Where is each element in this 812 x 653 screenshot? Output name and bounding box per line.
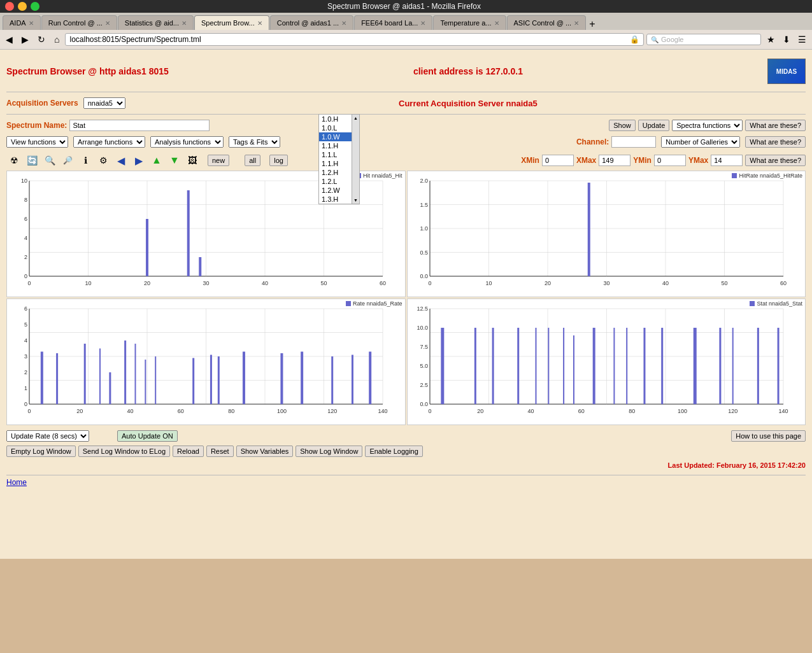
acq-server-select[interactable]: nnaida5 [83, 97, 125, 109]
tab-runcontrol[interactable]: Run Control @ ... ✕ [41, 15, 117, 30]
forward-btn[interactable]: ▶ [18, 32, 32, 46]
show-btn[interactable]: Show [609, 120, 636, 131]
list-scrollbar[interactable]: ▲ ▼ [352, 115, 359, 204]
last-updated: Last Updated: February 16, 2015 17:42:20 [668, 461, 806, 469]
tab-fee64-close[interactable]: ✕ [420, 20, 425, 27]
auto-update-btn[interactable]: Auto Update ON [117, 430, 178, 442]
number-of-galleries-select[interactable]: Number of Galleries [661, 136, 740, 148]
up-arrow-icon[interactable]: ▲ [149, 153, 164, 168]
xmax-input[interactable] [599, 155, 630, 166]
ymin-input[interactable] [654, 155, 686, 166]
tab-asic-close[interactable]: ✕ [574, 20, 579, 27]
minimize-btn[interactable] [18, 2, 27, 11]
chart-rate-label: Rate nnaida5_Rate [353, 300, 402, 307]
how-to-btn[interactable]: How to use this page [731, 430, 806, 442]
zoom-out-icon[interactable]: 🔎 [60, 153, 75, 168]
spectrum-name-input[interactable] [69, 120, 210, 131]
channel-input[interactable] [611, 136, 656, 148]
arrange-functions-select[interactable]: Arrange functions [73, 136, 145, 148]
new-tab-btn[interactable]: + [587, 18, 597, 30]
enable-logging-btn[interactable]: Enable Logging [365, 446, 422, 457]
url-text: localhost:8015/Spectrum/Spectrum.tml [69, 35, 630, 44]
tab-spectrum-close[interactable]: ✕ [257, 20, 262, 27]
tab-temperature-close[interactable]: ✕ [494, 20, 499, 27]
view-functions-select[interactable]: View functions [6, 136, 68, 148]
midas-logo: MIDAS [767, 59, 806, 84]
acq-server-label: Acquisition Servers [6, 99, 78, 108]
chart-hit-label: Hit nnaida5_Hit [363, 172, 402, 179]
show-log-btn[interactable]: Show Log Window [296, 446, 362, 457]
menu-btn[interactable]: ☰ [795, 32, 809, 46]
tab-aida[interactable]: AIDA ✕ [3, 15, 41, 30]
xmin-input[interactable] [542, 155, 574, 166]
reload-btn[interactable]: Reload [173, 446, 204, 457]
empty-log-btn[interactable]: Empty Log Window [6, 446, 76, 457]
tab-control-close[interactable]: ✕ [341, 20, 346, 27]
page-content: Spectrum Browser @ http aidas1 8015 clie… [0, 50, 812, 559]
spectra-functions-select[interactable]: Spectra functions [672, 120, 743, 131]
separator-1 [6, 92, 806, 92]
tab-aida-close[interactable]: ✕ [29, 20, 34, 27]
zoom-in-icon[interactable]: 🔍 [42, 153, 57, 168]
settings-icon[interactable]: ⚙ [96, 153, 111, 168]
home-nav-btn[interactable]: ⌂ [51, 32, 62, 46]
spectrum-list-dropdown[interactable]: 1.0.H 1.0.L 1.0.W 1.1.H 1.1.L 1.1.H 1.2.… [318, 114, 360, 204]
midas-logo-text: MIDAS [776, 68, 797, 75]
tab-statistics-close[interactable]: ✕ [182, 20, 187, 27]
chart-stat-container: Stat nnaida5_Stat [407, 298, 806, 425]
log-btn[interactable]: log [269, 155, 288, 166]
update-btn[interactable]: Update [638, 120, 669, 131]
tab-runcontrol-label: Run Control @ ... [48, 19, 103, 27]
tab-statistics[interactable]: Statistics @ aid... ✕ [118, 15, 194, 30]
ymin-label: YMin [633, 156, 652, 165]
what-are-these-3-btn[interactable]: What are these? [745, 155, 806, 166]
back-btn[interactable]: ◀ [3, 32, 16, 46]
separator-3 [6, 475, 806, 475]
what-are-these-2-btn[interactable]: What are these? [745, 136, 806, 148]
info-icon[interactable]: ℹ [78, 153, 93, 168]
current-acq-label: Current Acquisition Server nnaida5 [131, 99, 806, 108]
what-are-these-1-btn[interactable]: What are these? [745, 120, 806, 131]
tags-fits-select[interactable]: Tags & Fits [229, 136, 280, 148]
refresh-icon[interactable]: 🔄 [24, 153, 39, 168]
radioactive-icon[interactable]: ☢ [6, 153, 22, 168]
status-bar: Last Updated: February 16, 2015 17:42:20 [6, 458, 806, 472]
tab-control[interactable]: Control @ aidas1 ... ✕ [270, 15, 353, 30]
down-arrow-icon[interactable]: ▼ [167, 153, 182, 168]
new-btn[interactable]: new [208, 155, 229, 166]
acq-server-bar: Acquisition Servers nnaida5 Current Acqu… [6, 95, 806, 111]
all-btn[interactable]: all [245, 155, 260, 166]
left-arrow-icon[interactable]: ◀ [113, 153, 129, 168]
show-variables-btn[interactable]: Show Variables [236, 446, 294, 457]
tab-spectrum-label: Spectrum Brow... [201, 19, 255, 27]
tab-fee64[interactable]: FEE64 board La... ✕ [354, 15, 432, 30]
analysis-functions-select[interactable]: Analysis functions [150, 136, 224, 148]
search-bar[interactable]: 🔍 Google [646, 34, 761, 45]
charts-grid: Hit nnaida5_Hit HitRate nnaida5_HitRate … [6, 171, 806, 425]
maximize-btn[interactable] [31, 2, 39, 11]
download-btn[interactable]: ⬇ [780, 32, 794, 46]
title-bar: Spectrum Browser @ aidas1 - Mozilla Fire… [0, 0, 812, 13]
send-log-btn[interactable]: Send Log Window to ELog [78, 446, 170, 457]
chart-hitrate-legend [732, 173, 737, 178]
bookmark-btn[interactable]: ★ [764, 32, 778, 46]
tab-statistics-label: Statistics @ aid... [125, 19, 179, 27]
update-rate-select[interactable]: Update Rate (8 secs) [6, 430, 89, 442]
tab-temperature[interactable]: Temperature a... ✕ [433, 15, 506, 30]
tab-runcontrol-close[interactable]: ✕ [105, 20, 110, 27]
url-bar[interactable]: localhost:8015/Spectrum/Spectrum.tml 🔒 [65, 33, 644, 46]
refresh-btn[interactable]: ↻ [34, 32, 48, 46]
tab-asic-label: ASIC Control @ ... [514, 19, 572, 27]
reset-btn[interactable]: Reset [206, 446, 234, 457]
home-link[interactable]: Home [6, 475, 27, 489]
tab-spectrum[interactable]: Spectrum Brow... ✕ [194, 15, 269, 30]
chart-hitrate-label: HitRate nnaida5_HitRate [739, 172, 802, 179]
close-btn[interactable] [5, 2, 14, 11]
spectrum-name-label: Spectrum Name: [6, 121, 67, 130]
ymax-input[interactable] [711, 155, 743, 166]
image-icon[interactable]: 🖼 [185, 153, 200, 168]
right-arrow-icon[interactable]: ▶ [131, 153, 146, 168]
tab-asic[interactable]: ASIC Control @ ... ✕ [507, 15, 587, 30]
nav-bar: ◀ ▶ ↻ ⌂ localhost:8015/Spectrum/Spectrum… [0, 30, 812, 50]
chart-hit-title: Hit nnaida5_Hit [356, 172, 402, 179]
